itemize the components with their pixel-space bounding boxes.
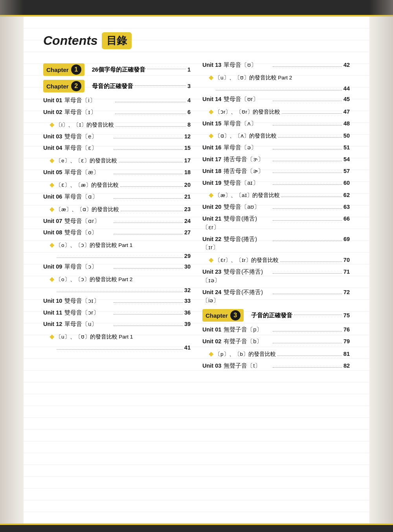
right-unit-23: Unit 23 雙母音(不捲舌)〔ɪə〕 71	[202, 268, 350, 285]
chapter-3-entry: Chapter 3 子音的正確發音 75	[202, 309, 350, 322]
diamond-icon: ◆	[209, 131, 213, 140]
diamond-icon: ◆	[50, 240, 54, 250]
chapter-1-num: 1	[71, 64, 81, 75]
right-unit-22: Unit 22 雙母音(捲舌)〔ɪr〕 69	[202, 235, 350, 252]
right-ch3-unit-03: Unit 03 無聲子音〔t〕 82	[202, 362, 350, 370]
unit-label: Unit 10 雙母音〔ɔɪ〕	[43, 297, 112, 306]
page-num: 17	[184, 156, 191, 165]
chapter-2-entry: Chapter 2 母音的正確發音 3	[43, 80, 191, 92]
diamond-icon: ◆	[209, 349, 213, 359]
unit-label: Unit 15 單母音〔ʌ〕	[202, 120, 271, 128]
dots	[114, 234, 182, 234]
diamond-icon: ◆	[209, 107, 213, 116]
dots	[216, 90, 342, 90]
dots	[120, 186, 183, 187]
diamond-icon: ◆	[50, 156, 54, 165]
dots	[273, 149, 342, 149]
page-num: 45	[343, 95, 350, 104]
dots	[273, 331, 342, 331]
sub-text: 〔ɛ〕、〔æ〕的發音比較	[56, 181, 119, 189]
dots	[135, 85, 186, 86]
dots	[114, 223, 182, 223]
bottom-bar	[0, 525, 393, 532]
dots	[282, 113, 342, 114]
sub-entry-u-U-p2: ◆ 〔u〕、〔ʊ〕的發音比較 Part 2	[209, 73, 350, 82]
unit-label: Unit 01 單母音〔i〕	[43, 96, 114, 105]
dots	[114, 268, 182, 269]
contents-header: Contents 目錄	[43, 32, 350, 49]
page-num: 4	[187, 96, 191, 105]
chapter-3-badge: Chapter 3	[202, 309, 244, 322]
page-num: 54	[343, 155, 350, 164]
dots	[273, 125, 342, 125]
unit-label: Unit 03 雙母音〔e〕	[43, 133, 112, 141]
dots	[114, 314, 182, 315]
sub-entry-E-ae: ◆ 〔ɛ〕、〔æ〕的發音比較 20	[50, 180, 191, 190]
page-num: 70	[343, 256, 350, 265]
right-unit-21: Unit 21 雙母音(捲舌)〔ɛr〕 66	[202, 215, 350, 232]
sub-entry-o-O-p1: ◆ 〔o〕、〔ɔ〕的發音比較 Part 1	[50, 240, 191, 250]
sub-entry-ae-ai: ◆ 〔æ〕、〔aɪ〕的發音比較 62	[209, 190, 350, 200]
dots	[273, 101, 342, 101]
unit-label: Unit 22 雙母音(捲舌)〔ɪr〕	[202, 235, 271, 252]
dots	[115, 114, 185, 114]
contents-zh-title: 目錄	[102, 32, 132, 49]
page-num: 18	[184, 168, 191, 177]
page-num: 21	[184, 193, 191, 201]
left-unit-05: Unit 05 單母音〔æ〕 18	[43, 168, 191, 177]
sub-text: 〔ɛr〕、〔ɪr〕的發音比較	[215, 256, 279, 264]
dots	[114, 198, 182, 199]
page-num: 81	[343, 350, 350, 359]
chapter-1-page: 1	[187, 66, 191, 73]
dots	[273, 173, 342, 173]
unit-label: Unit 23 雙母音(不捲舌)〔ɪə〕	[202, 268, 271, 285]
page-num: 76	[343, 326, 350, 334]
sub-entry-o-O-p2: ◆ 〔o〕、〔ɔ〕的發音比較 Part 2	[50, 274, 191, 284]
dots	[114, 174, 182, 174]
page-num: 30	[184, 263, 191, 271]
chapter-2-text: 母音的正確發音	[86, 83, 133, 90]
unit-label: Unit 07 雙母音〔ɑr〕	[43, 217, 112, 226]
right-ch3-unit-02: Unit 02 有聲子音〔b〕 79	[202, 337, 350, 346]
right-unit-24: Unit 24 雙母音(不捲舌)〔iə〕 72	[202, 288, 350, 306]
left-unit-12: Unit 12 單母音〔u〕 39	[43, 320, 191, 329]
chapter-2-badge: Chapter 2	[43, 80, 84, 92]
page-num: 33	[184, 297, 191, 306]
dots	[114, 302, 182, 303]
continued-41: 41	[55, 344, 191, 351]
dots	[114, 149, 182, 150]
right-unit-19: Unit 19 雙母音〔aɪ〕 60	[202, 179, 350, 188]
dots	[280, 261, 342, 262]
chapter-1-badge: Chapter 1	[43, 63, 84, 76]
unit-label: Unit 08 雙母音〔o〕	[43, 228, 112, 237]
dots	[57, 292, 183, 292]
sub-entry-or-ur: ◆ 〔ɔr〕、〔ʊr〕的發音比較 47	[209, 107, 350, 116]
page-num: 60	[343, 179, 350, 188]
unit-label: Unit 24 雙母音(不捲舌)〔iə〕	[202, 288, 271, 306]
diamond-icon: ◆	[50, 120, 54, 129]
right-unit-13: Unit 13 單母音〔ʊ〕 42	[202, 61, 350, 70]
left-unit-08: Unit 08 雙母音〔o〕 27	[43, 228, 191, 237]
page-num: 51	[343, 144, 350, 152]
right-ch3-unit-01: Unit 01 無聲子音〔p〕 76	[202, 326, 350, 334]
left-unit-09: Unit 09 單母音〔ɔ〕 30	[43, 263, 191, 271]
dots	[119, 162, 183, 162]
unit-label: Unit 03 無聲子音〔t〕	[202, 362, 271, 370]
contents-en-title: Contents	[43, 33, 98, 48]
dots	[281, 197, 342, 197]
chapter-3-label: Chapter	[206, 312, 228, 319]
page-num: 8	[187, 121, 191, 129]
left-column: Chapter 1 26個字母的正確發音 1 Chapter 2 母音的正確發音…	[43, 61, 191, 373]
sub-entry-p-b: ◆ 〔p〕、〔b〕的發音比較 81	[209, 349, 350, 359]
dots	[273, 208, 342, 209]
contents-title: Contents 目錄	[43, 32, 132, 49]
right-unit-15: Unit 15 單母音〔ʌ〕 48	[202, 120, 350, 128]
page-num: 72	[343, 288, 350, 297]
chapter-1-text: 26個字母的正確發音	[86, 66, 145, 74]
diamond-icon: ◆	[209, 190, 213, 200]
page-content: Contents 目錄 Chapter 1 26個字母的正確發音 1 Chapt…	[24, 17, 369, 523]
sub-text: 〔o〕、〔ɔ〕的發音比較 Part 2	[56, 276, 132, 283]
sub-text: 〔p〕、〔b〕的發音比較	[215, 350, 276, 358]
sub-text: 〔ɑ〕、〔ʌ〕的發音比較	[215, 132, 277, 140]
chapter-2-page: 3	[187, 83, 191, 89]
